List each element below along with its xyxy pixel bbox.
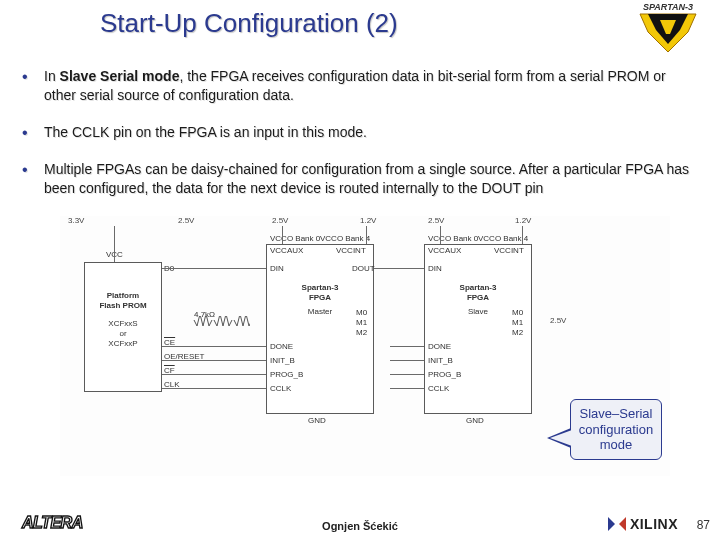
pin-label: DIN bbox=[270, 264, 284, 273]
prom-title1: Platform bbox=[107, 291, 139, 300]
pin-label: M2 bbox=[356, 328, 367, 337]
pin-label: VCCO Bank 0 bbox=[270, 234, 320, 243]
bullet-2-text: The CCLK pin on the FPGA is an input in … bbox=[44, 123, 367, 142]
pin-label: GND bbox=[308, 416, 326, 425]
fpga2-name: Spartan-3 bbox=[460, 283, 497, 292]
prom-sub1: XCFxxS bbox=[108, 319, 137, 328]
pin-label: DIN bbox=[428, 264, 442, 273]
pin-label: INIT_B bbox=[270, 356, 295, 365]
bullet-1-pre: In bbox=[44, 68, 60, 84]
pin-label: DOUT bbox=[352, 264, 375, 273]
volt-label: 2.5V bbox=[428, 216, 444, 225]
pin-label: VCCINT bbox=[336, 246, 366, 255]
volt-label: 2.5V bbox=[272, 216, 288, 225]
bullet-dot-icon: • bbox=[22, 123, 44, 142]
prom-box: Platform Flash PROM XCFxxS or XCFxxP bbox=[84, 262, 162, 392]
bullet-1: • In Slave Serial mode, the FPGA receive… bbox=[22, 67, 698, 105]
page-number: 87 bbox=[697, 518, 710, 532]
pin-label: VCCO Bank 4 bbox=[320, 234, 370, 243]
spartan3-logo: SPARTAN-3 bbox=[630, 0, 706, 56]
pin-label: M0 bbox=[356, 308, 367, 317]
bullet-3-text: Multiple FPGAs can be daisy-chained for … bbox=[44, 160, 698, 198]
bullet-list: • In Slave Serial mode, the FPGA receive… bbox=[0, 57, 720, 198]
pin-label: VCCO Bank 4 bbox=[478, 234, 528, 243]
schematic-diagram: 3.3V 2.5V 2.5V 1.2V 2.5V 1.2V Platform F… bbox=[60, 216, 670, 476]
pin-label: CCLK bbox=[428, 384, 449, 393]
volt-label: 2.5V bbox=[550, 316, 566, 325]
xilinx-mark-icon bbox=[608, 517, 626, 531]
pin-label: INIT_B bbox=[428, 356, 453, 365]
pin-label: DONE bbox=[270, 342, 293, 351]
fpga2-sub: FPGA bbox=[467, 293, 489, 302]
pin-label: VCCAUX bbox=[270, 246, 303, 255]
resistor-icon bbox=[190, 316, 250, 344]
pin-label: PROG_B bbox=[270, 370, 303, 379]
pin-label: CCLK bbox=[270, 384, 291, 393]
author-text: Ognjen Šćekić bbox=[322, 520, 398, 532]
pin-label: VCCO Bank 0 bbox=[428, 234, 478, 243]
fpga1-role: Master bbox=[308, 307, 332, 316]
bullet-dot-icon: • bbox=[22, 67, 44, 86]
svg-text:SPARTAN-3: SPARTAN-3 bbox=[643, 2, 693, 12]
volt-label: 3.3V bbox=[68, 216, 84, 225]
volt-label: 1.2V bbox=[360, 216, 376, 225]
pin-label: VCCINT bbox=[494, 246, 524, 255]
callout-box: Slave–Serial configuration mode bbox=[570, 399, 662, 460]
fpga1-sub: FPGA bbox=[309, 293, 331, 302]
bullet-3: • Multiple FPGAs can be daisy-chained fo… bbox=[22, 160, 698, 198]
prom-or: or bbox=[119, 329, 126, 338]
fpga1-name: Spartan-3 bbox=[302, 283, 339, 292]
xilinx-text: XILINX bbox=[630, 516, 678, 532]
page-title: Start-Up Configuration (2) bbox=[100, 8, 720, 39]
pin-label: DONE bbox=[428, 342, 451, 351]
pin-label: GND bbox=[466, 416, 484, 425]
bullet-1-strong: Slave Serial mode bbox=[60, 68, 180, 84]
bullet-2: • The CCLK pin on the FPGA is an input i… bbox=[22, 123, 698, 142]
altera-logo: ALTERA bbox=[22, 514, 83, 532]
pin-label: VCCAUX bbox=[428, 246, 461, 255]
xilinx-logo: XILINX bbox=[608, 516, 678, 532]
pin-label: M2 bbox=[512, 328, 523, 337]
volt-label: 1.2V bbox=[515, 216, 531, 225]
pin-label: M1 bbox=[356, 318, 367, 327]
fpga2-role: Slave bbox=[468, 307, 488, 316]
volt-label: 2.5V bbox=[178, 216, 194, 225]
pin-label: PROG_B bbox=[428, 370, 461, 379]
callout-text: Slave–Serial configuration mode bbox=[579, 406, 653, 452]
prom-sub2: XCFxxP bbox=[108, 339, 137, 348]
pin-label: M0 bbox=[512, 308, 523, 317]
prom-title2: Flash PROM bbox=[99, 301, 146, 310]
bullet-dot-icon: • bbox=[22, 160, 44, 179]
pin-label: M1 bbox=[512, 318, 523, 327]
